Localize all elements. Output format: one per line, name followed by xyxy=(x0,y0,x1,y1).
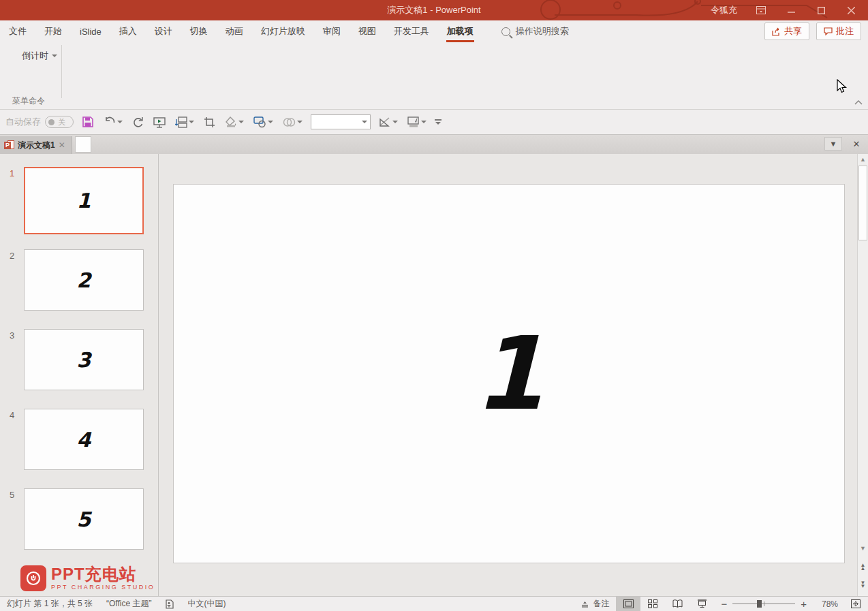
ribbon-tab-10[interactable]: 开发工具 xyxy=(385,20,438,42)
slide-thumbnail-preview[interactable]: 4 xyxy=(24,409,144,470)
ribbon-tab-9[interactable]: 视图 xyxy=(350,20,385,42)
scroll-up-icon[interactable]: ▲ xyxy=(858,154,868,165)
slide-thumbnail-1[interactable]: 1 1 xyxy=(0,167,144,234)
slide-thumbnail-preview[interactable]: 2 xyxy=(24,249,144,311)
countdown-dropdown-button[interactable]: 倒计时 xyxy=(19,48,60,64)
ribbon-tab-2[interactable]: iSlide xyxy=(71,20,110,42)
accessibility-checker-button[interactable] xyxy=(158,597,181,611)
zoom-in-button[interactable]: + xyxy=(801,597,813,611)
ribbon-tab-4[interactable]: 设计 xyxy=(146,20,181,42)
fit-slide-to-window-button[interactable] xyxy=(843,597,868,611)
slide-thumbnail-2[interactable]: 2 2 xyxy=(0,249,144,311)
close-button[interactable] xyxy=(838,0,864,20)
chevron-down-icon[interactable] xyxy=(268,121,273,123)
ribbon-tab-6[interactable]: 动画 xyxy=(217,20,252,42)
zoom-slider[interactable] xyxy=(732,604,795,604)
slide-sorter-view-button[interactable] xyxy=(640,597,665,611)
slide-thumbnail-preview[interactable]: 3 xyxy=(24,329,144,390)
status-bar: 幻灯片 第 1 张，共 5 张 “Office 主题” 中文(中国) 备注 − … xyxy=(0,596,868,611)
maximize-button[interactable] xyxy=(808,0,834,20)
customize-qat-button[interactable] xyxy=(435,119,441,125)
document-tab[interactable]: P 演示文稿1 ✕ xyxy=(0,136,72,154)
close-document-tab-icon[interactable]: ✕ xyxy=(59,140,65,150)
quick-access-toolbar: 自动保存 关 xyxy=(0,110,868,135)
ribbon-display-options-button[interactable] xyxy=(748,0,774,20)
shape-outline-button[interactable] xyxy=(377,115,399,129)
slide-thumbnail-4[interactable]: 4 4 xyxy=(0,409,144,470)
comments-button[interactable]: 批注 xyxy=(816,22,861,40)
undo-button[interactable] xyxy=(102,115,124,129)
normal-view-button[interactable] xyxy=(616,597,640,611)
notes-button[interactable]: 备注 xyxy=(574,597,616,611)
ribbon-tab-8[interactable]: 审阅 xyxy=(314,20,350,42)
next-slide-button[interactable]: ▼▼ xyxy=(858,577,868,592)
chevron-down-icon[interactable] xyxy=(392,121,398,123)
shape-outline-icon xyxy=(379,116,391,127)
slide-editor-area[interactable]: 1 xyxy=(159,154,857,596)
chevron-down-icon[interactable] xyxy=(362,121,367,123)
document-tab-label: 演示文稿1 xyxy=(18,140,55,151)
slideshow-view-button[interactable] xyxy=(689,597,714,611)
slide-number-text[interactable]: 1 xyxy=(474,315,544,433)
main-area: 1 1 2 2 3 3 4 4 5 5 PPT充电站 xyxy=(0,154,868,596)
slide-thumbnail-5[interactable]: 5 5 xyxy=(0,488,144,550)
close-all-tabs-button[interactable]: ✕ xyxy=(848,137,865,151)
ink-pen-button[interactable] xyxy=(406,115,428,129)
slide-thumbnail-content: 4 xyxy=(77,428,91,452)
zoom-slider-thumb[interactable] xyxy=(757,600,762,608)
search-icon xyxy=(501,27,510,36)
chevron-down-icon[interactable] xyxy=(238,121,244,123)
minimize-button[interactable] xyxy=(778,0,804,20)
zoom-out-button[interactable]: − xyxy=(714,597,727,611)
language-indicator[interactable]: 中文(中国) xyxy=(181,597,232,611)
slide-thumbnail-preview[interactable]: 1 xyxy=(24,167,144,234)
chevron-down-icon xyxy=(435,122,441,125)
reading-view-button[interactable] xyxy=(665,597,689,611)
tell-me-search[interactable]: 操作说明搜索 xyxy=(501,20,569,42)
ribbon-tab-5[interactable]: 切换 xyxy=(181,20,217,42)
user-name[interactable]: 令狐充 xyxy=(711,4,737,16)
chevron-down-icon[interactable] xyxy=(421,121,427,123)
previous-slide-button[interactable]: ▲▲ xyxy=(858,559,868,574)
fill-color-button[interactable] xyxy=(223,115,245,129)
slide-thumbnail-content: 3 xyxy=(77,348,91,372)
ribbon-tab-1[interactable]: 开始 xyxy=(35,20,71,42)
chevron-down-icon[interactable] xyxy=(189,121,194,123)
ribbon-tab-7[interactable]: 幻灯片放映 xyxy=(252,20,314,42)
normal-view-icon xyxy=(623,599,634,608)
arrange-button[interactable] xyxy=(174,115,196,129)
start-slideshow-button[interactable] xyxy=(152,115,167,129)
slide-thumbnails-panel: 1 1 2 2 3 3 4 4 5 5 PPT充电站 xyxy=(0,154,159,596)
ribbon-tab-11[interactable]: 加载项 xyxy=(438,20,482,42)
merge-shapes-button[interactable] xyxy=(281,116,304,129)
slide-thumbnail-preview[interactable]: 5 xyxy=(24,488,144,550)
scrollbar-thumb[interactable] xyxy=(858,166,867,240)
theme-name[interactable]: “Office 主题” xyxy=(99,597,158,611)
slide-canvas[interactable]: 1 xyxy=(173,184,845,563)
slide-number-label: 1 xyxy=(0,167,24,234)
slide-thumbnail-3[interactable]: 3 3 xyxy=(0,329,144,390)
chevron-down-icon[interactable] xyxy=(117,121,123,123)
slide-number-label: 4 xyxy=(0,409,24,470)
redo-button[interactable] xyxy=(131,115,145,129)
share-button[interactable]: 共享 xyxy=(764,22,809,40)
tab-list-dropdown-button[interactable]: ▼ xyxy=(824,137,842,151)
scroll-down-icon[interactable]: ▼ xyxy=(858,543,868,554)
autosave-switch[interactable]: 关 xyxy=(45,116,74,128)
crop-button[interactable] xyxy=(202,115,217,129)
font-size-combobox[interactable] xyxy=(311,114,371,129)
shapes-button[interactable] xyxy=(252,115,275,129)
autosave-toggle[interactable]: 自动保存 关 xyxy=(5,116,74,128)
save-button[interactable] xyxy=(80,114,95,129)
fit-to-window-icon xyxy=(851,599,861,608)
collapse-ribbon-button[interactable] xyxy=(854,98,863,106)
vertical-scrollbar[interactable]: ▲ ▼ ▲▲ ▼▼ xyxy=(857,154,868,596)
save-icon xyxy=(82,116,94,128)
slide-thumbnail-content: 5 xyxy=(77,507,91,531)
ribbon-tab-3[interactable]: 插入 xyxy=(110,20,146,42)
new-tab-button[interactable] xyxy=(75,136,91,153)
accessibility-icon xyxy=(165,599,174,609)
ribbon-tab-0[interactable]: 文件 xyxy=(0,20,35,42)
slide-counter[interactable]: 幻灯片 第 1 张，共 5 张 xyxy=(0,597,99,611)
zoom-level[interactable]: 78% xyxy=(813,599,843,609)
